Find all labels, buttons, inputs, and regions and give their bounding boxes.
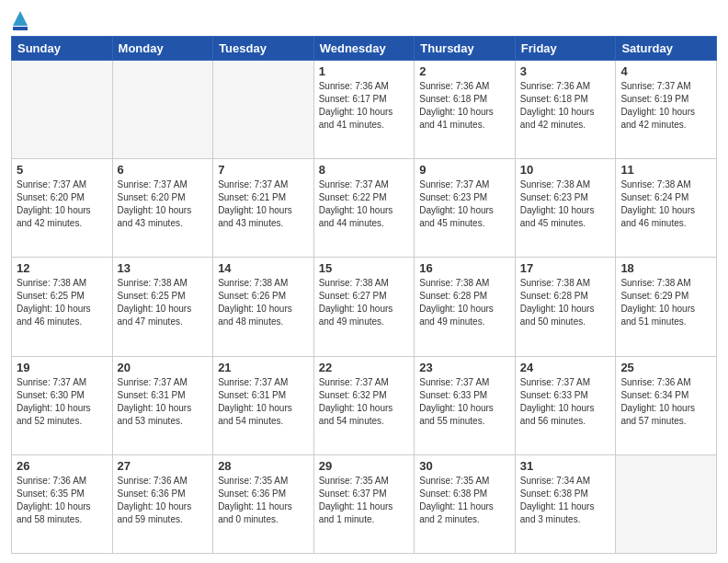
day-number: 6 <box>118 163 209 177</box>
day-cell: 16Sunrise: 7:38 AM Sunset: 6:28 PM Dayli… <box>415 258 516 356</box>
day-cell: 27Sunrise: 7:36 AM Sunset: 6:36 PM Dayli… <box>112 454 213 553</box>
weekday-header-sunday: Sunday <box>12 37 113 61</box>
weekday-header-wednesday: Wednesday <box>313 37 415 61</box>
day-cell: 3Sunrise: 7:36 AM Sunset: 6:18 PM Daylig… <box>515 61 616 159</box>
logo <box>11 9 28 30</box>
day-cell: 15Sunrise: 7:38 AM Sunset: 6:27 PM Dayli… <box>313 258 415 356</box>
day-cell: 30Sunrise: 7:35 AM Sunset: 6:38 PM Dayli… <box>415 454 516 553</box>
day-cell: 26Sunrise: 7:36 AM Sunset: 6:35 PM Dayli… <box>12 454 113 553</box>
day-info: Sunrise: 7:37 AM Sunset: 6:19 PM Dayligh… <box>620 80 711 132</box>
day-number: 13 <box>118 261 209 275</box>
day-cell: 13Sunrise: 7:38 AM Sunset: 6:25 PM Dayli… <box>112 258 213 356</box>
weekday-header-monday: Monday <box>112 37 213 61</box>
day-number: 11 <box>620 163 711 177</box>
day-info: Sunrise: 7:35 AM Sunset: 6:36 PM Dayligh… <box>218 475 309 526</box>
day-info: Sunrise: 7:38 AM Sunset: 6:25 PM Dayligh… <box>17 277 108 328</box>
day-info: Sunrise: 7:36 AM Sunset: 6:18 PM Dayligh… <box>520 80 611 132</box>
day-cell: 23Sunrise: 7:37 AM Sunset: 6:33 PM Dayli… <box>415 356 516 454</box>
day-number: 29 <box>319 459 410 473</box>
day-info: Sunrise: 7:35 AM Sunset: 6:37 PM Dayligh… <box>319 475 410 526</box>
day-cell: 21Sunrise: 7:37 AM Sunset: 6:31 PM Dayli… <box>213 356 314 454</box>
weekday-header-thursday: Thursday <box>415 37 516 61</box>
day-cell: 7Sunrise: 7:37 AM Sunset: 6:21 PM Daylig… <box>213 159 314 258</box>
day-cell: 2Sunrise: 7:36 AM Sunset: 6:18 PM Daylig… <box>415 61 516 159</box>
day-number: 5 <box>17 163 108 177</box>
day-number: 7 <box>218 163 309 177</box>
day-info: Sunrise: 7:37 AM Sunset: 6:32 PM Dayligh… <box>319 376 410 428</box>
day-info: Sunrise: 7:37 AM Sunset: 6:22 PM Dayligh… <box>319 178 410 230</box>
day-number: 18 <box>620 261 711 275</box>
day-info: Sunrise: 7:37 AM Sunset: 6:33 PM Dayligh… <box>419 376 510 428</box>
day-number: 30 <box>419 459 510 473</box>
day-info: Sunrise: 7:38 AM Sunset: 6:28 PM Dayligh… <box>419 277 510 328</box>
weekday-header-saturday: Saturday <box>616 37 717 61</box>
day-number: 24 <box>520 361 611 374</box>
day-number: 1 <box>319 64 410 78</box>
day-info: Sunrise: 7:37 AM Sunset: 6:20 PM Dayligh… <box>17 178 108 230</box>
day-number: 20 <box>118 361 209 374</box>
day-cell <box>112 61 213 159</box>
header <box>11 9 717 30</box>
weekday-header-friday: Friday <box>515 37 616 61</box>
day-number: 9 <box>419 163 510 177</box>
day-number: 19 <box>17 361 108 374</box>
day-cell: 14Sunrise: 7:38 AM Sunset: 6:26 PM Dayli… <box>213 258 314 356</box>
day-cell: 25Sunrise: 7:36 AM Sunset: 6:34 PM Dayli… <box>616 356 717 454</box>
day-info: Sunrise: 7:38 AM Sunset: 6:27 PM Dayligh… <box>319 277 410 328</box>
day-info: Sunrise: 7:38 AM Sunset: 6:25 PM Dayligh… <box>118 277 209 328</box>
day-info: Sunrise: 7:36 AM Sunset: 6:35 PM Dayligh… <box>17 475 108 526</box>
week-row-0: 1Sunrise: 7:36 AM Sunset: 6:17 PM Daylig… <box>12 61 717 159</box>
week-row-3: 19Sunrise: 7:37 AM Sunset: 6:30 PM Dayli… <box>12 356 717 454</box>
day-info: Sunrise: 7:37 AM Sunset: 6:21 PM Dayligh… <box>218 178 309 230</box>
day-number: 3 <box>520 64 611 78</box>
day-cell: 20Sunrise: 7:37 AM Sunset: 6:31 PM Dayli… <box>112 356 213 454</box>
day-info: Sunrise: 7:35 AM Sunset: 6:38 PM Dayligh… <box>419 475 510 526</box>
day-cell: 1Sunrise: 7:36 AM Sunset: 6:17 PM Daylig… <box>313 61 415 159</box>
day-number: 2 <box>419 64 510 78</box>
day-number: 15 <box>319 261 410 275</box>
day-number: 8 <box>319 163 410 177</box>
week-row-2: 12Sunrise: 7:38 AM Sunset: 6:25 PM Dayli… <box>12 258 717 356</box>
day-number: 31 <box>520 459 611 473</box>
day-info: Sunrise: 7:37 AM Sunset: 6:31 PM Dayligh… <box>218 376 309 428</box>
day-cell: 8Sunrise: 7:37 AM Sunset: 6:22 PM Daylig… <box>313 159 415 258</box>
weekday-header-tuesday: Tuesday <box>213 37 314 61</box>
day-cell: 28Sunrise: 7:35 AM Sunset: 6:36 PM Dayli… <box>213 454 314 553</box>
day-info: Sunrise: 7:36 AM Sunset: 6:36 PM Dayligh… <box>118 475 209 526</box>
day-info: Sunrise: 7:36 AM Sunset: 6:17 PM Dayligh… <box>319 80 410 132</box>
day-cell: 4Sunrise: 7:37 AM Sunset: 6:19 PM Daylig… <box>616 61 717 159</box>
day-number: 4 <box>620 64 711 78</box>
week-row-1: 5Sunrise: 7:37 AM Sunset: 6:20 PM Daylig… <box>12 159 717 258</box>
day-number: 26 <box>17 459 108 473</box>
day-cell: 6Sunrise: 7:37 AM Sunset: 6:20 PM Daylig… <box>112 159 213 258</box>
day-info: Sunrise: 7:38 AM Sunset: 6:29 PM Dayligh… <box>620 277 711 328</box>
day-cell: 11Sunrise: 7:38 AM Sunset: 6:24 PM Dayli… <box>616 159 717 258</box>
day-info: Sunrise: 7:37 AM Sunset: 6:20 PM Dayligh… <box>118 178 209 230</box>
day-number: 17 <box>520 261 611 275</box>
day-cell: 10Sunrise: 7:38 AM Sunset: 6:23 PM Dayli… <box>515 159 616 258</box>
day-cell: 18Sunrise: 7:38 AM Sunset: 6:29 PM Dayli… <box>616 258 717 356</box>
weekday-header-row: SundayMondayTuesdayWednesdayThursdayFrid… <box>12 37 717 61</box>
day-info: Sunrise: 7:38 AM Sunset: 6:26 PM Dayligh… <box>218 277 309 328</box>
day-number: 21 <box>218 361 309 374</box>
day-info: Sunrise: 7:34 AM Sunset: 6:38 PM Dayligh… <box>520 475 611 526</box>
day-cell: 5Sunrise: 7:37 AM Sunset: 6:20 PM Daylig… <box>12 159 113 258</box>
day-cell: 22Sunrise: 7:37 AM Sunset: 6:32 PM Dayli… <box>313 356 415 454</box>
day-cell: 19Sunrise: 7:37 AM Sunset: 6:30 PM Dayli… <box>12 356 113 454</box>
day-info: Sunrise: 7:37 AM Sunset: 6:23 PM Dayligh… <box>419 178 510 230</box>
day-number: 22 <box>319 361 410 374</box>
day-number: 23 <box>419 361 510 374</box>
day-info: Sunrise: 7:37 AM Sunset: 6:33 PM Dayligh… <box>520 376 611 428</box>
calendar-table: SundayMondayTuesdayWednesdayThursdayFrid… <box>11 36 717 554</box>
day-cell: 29Sunrise: 7:35 AM Sunset: 6:37 PM Dayli… <box>313 454 415 553</box>
week-row-4: 26Sunrise: 7:36 AM Sunset: 6:35 PM Dayli… <box>12 454 717 553</box>
day-number: 10 <box>520 163 611 177</box>
day-info: Sunrise: 7:38 AM Sunset: 6:24 PM Dayligh… <box>620 178 711 230</box>
page: SundayMondayTuesdayWednesdayThursdayFrid… <box>0 0 728 563</box>
day-info: Sunrise: 7:37 AM Sunset: 6:30 PM Dayligh… <box>17 376 108 428</box>
day-info: Sunrise: 7:36 AM Sunset: 6:34 PM Dayligh… <box>620 376 711 428</box>
day-cell: 24Sunrise: 7:37 AM Sunset: 6:33 PM Dayli… <box>515 356 616 454</box>
day-number: 28 <box>218 459 309 473</box>
day-number: 12 <box>17 261 108 275</box>
day-number: 27 <box>118 459 209 473</box>
